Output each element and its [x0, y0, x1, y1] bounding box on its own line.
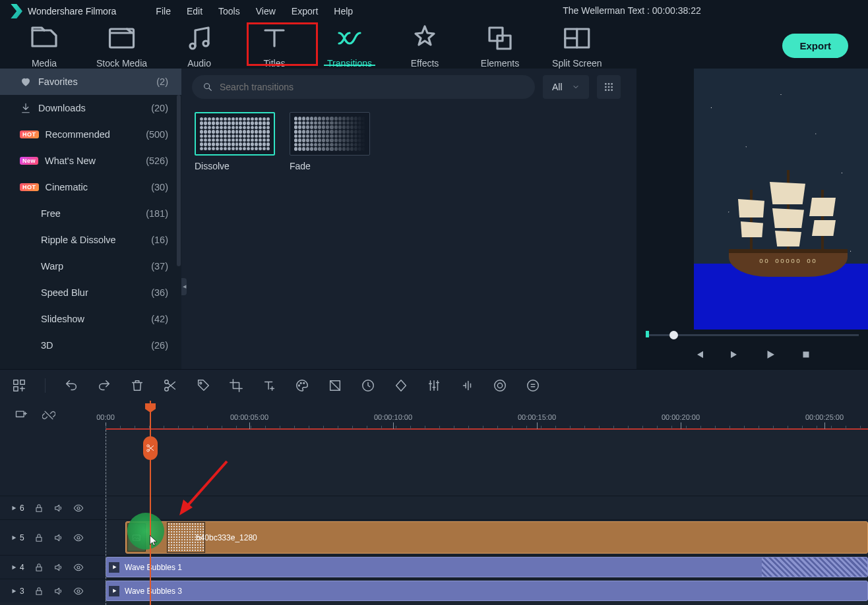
sidebar-item-downloads[interactable]: Downloads (20): [0, 95, 181, 121]
audio-button[interactable]: [460, 378, 474, 393]
filter-selected: All: [552, 82, 563, 92]
menu-edit[interactable]: Edit: [187, 6, 202, 16]
search-input[interactable]: [220, 82, 524, 92]
keyframe-button[interactable]: [394, 378, 408, 393]
menu-file[interactable]: File: [156, 6, 171, 16]
playhead[interactable]: [150, 401, 151, 605]
tab-audio[interactable]: Audio: [162, 22, 237, 69]
sidebar-item-ripple-dissolve[interactable]: Ripple & Dissolve (16): [0, 227, 181, 253]
visibility-icon[interactable]: [73, 562, 84, 573]
crop-button[interactable]: [229, 378, 243, 393]
tab-split-label: Split Screen: [552, 58, 602, 69]
sidebar-item-label: Free: [41, 208, 61, 219]
lock-icon[interactable]: [34, 586, 44, 596]
sidebar-item-free[interactable]: Free (181): [0, 200, 181, 227]
lock-icon[interactable]: [34, 503, 44, 513]
lock-icon[interactable]: [34, 562, 44, 573]
stop-button[interactable]: [800, 349, 812, 360]
sidebar-item-count: (2): [156, 76, 168, 87]
preview-scrubber[interactable]: [636, 330, 868, 340]
redo-button[interactable]: [97, 378, 111, 393]
transition-thumb-fade[interactable]: Fade: [290, 112, 370, 171]
heart-icon: [20, 76, 32, 88]
mute-icon[interactable]: [53, 533, 64, 543]
grid-view-button[interactable]: [597, 75, 621, 99]
undo-button[interactable]: [64, 378, 78, 393]
lock-icon[interactable]: [34, 533, 44, 543]
svg-rect-43: [36, 591, 42, 594]
delete-button[interactable]: [130, 378, 144, 393]
tab-media[interactable]: Media: [7, 22, 82, 69]
sidebar-item-recommended[interactable]: HOT Recommended (500): [0, 121, 181, 148]
record-button[interactable]: [493, 378, 507, 393]
sidebar-item-favorites[interactable]: Favorites (2): [0, 69, 181, 95]
sidebar-scrollbar[interactable]: [177, 95, 181, 266]
tab-transitions[interactable]: Transitions: [312, 22, 387, 69]
menu-tools[interactable]: Tools: [218, 6, 240, 16]
sidebar-item-label: Ripple & Dissolve: [41, 235, 116, 245]
image-clip[interactable]: b40bc333e_1280: [125, 521, 868, 554]
tab-split-screen[interactable]: Split Screen: [538, 22, 616, 69]
svg-line-34: [186, 461, 227, 507]
tab-elements[interactable]: Elements: [462, 22, 538, 69]
next-frame-button[interactable]: [729, 349, 741, 360]
visibility-icon[interactable]: [73, 586, 84, 596]
svg-point-22: [200, 382, 202, 384]
mixer-button[interactable]: [427, 378, 441, 393]
mute-icon[interactable]: [53, 562, 64, 573]
play-icon: [11, 588, 17, 594]
apps-button[interactable]: [12, 378, 26, 393]
hot-badge-icon: HOT: [20, 183, 39, 191]
chevron-down-icon: [572, 83, 580, 91]
sidebar-item-whats-new[interactable]: New What's New (526): [0, 148, 181, 174]
export-button[interactable]: Export: [782, 34, 848, 58]
more-button[interactable]: [526, 378, 540, 393]
tab-titles[interactable]: Titles: [237, 22, 312, 69]
wave-clip-1[interactable]: Wave Bubbles 1: [106, 557, 868, 577]
timeline-ruler[interactable]: 00:0000:00:05:0000:00:10:0000:00:15:0000…: [106, 401, 868, 430]
sidebar-item-3d[interactable]: 3D (26): [0, 332, 181, 359]
search-input-wrapper[interactable]: [192, 75, 535, 99]
speed-button[interactable]: [361, 378, 375, 393]
menu-export[interactable]: Export: [292, 6, 318, 16]
menu-view[interactable]: View: [256, 6, 276, 16]
split-button[interactable]: [163, 378, 177, 393]
visibility-icon[interactable]: [73, 503, 84, 513]
add-track-button[interactable]: [15, 409, 28, 422]
drop-target-highlight: [127, 513, 164, 550]
visibility-icon[interactable]: [73, 533, 84, 543]
sidebar-item-warp[interactable]: Warp (37): [0, 253, 181, 279]
text-button[interactable]: [262, 378, 276, 393]
sidebar-item-cinematic[interactable]: HOT Cinematic (30): [0, 174, 181, 200]
adjust-button[interactable]: [328, 378, 342, 393]
svg-point-12: [611, 86, 613, 88]
scrubber-knob[interactable]: [669, 331, 678, 339]
sidebar-item-speed-blur[interactable]: Speed Blur (36): [0, 279, 181, 306]
tag-button[interactable]: [196, 378, 210, 393]
tab-stock-media[interactable]: Stock Media: [82, 22, 162, 69]
transition-thumb-dissolve[interactable]: Dissolve: [195, 112, 275, 171]
color-button[interactable]: [295, 378, 309, 393]
svg-point-15: [611, 89, 613, 91]
svg-point-42: [77, 566, 80, 569]
sidebar-item-count: (30): [151, 182, 168, 192]
mute-icon[interactable]: [53, 503, 64, 513]
menu-items: File Edit Tools View Export Help: [156, 6, 353, 16]
search-icon: [202, 82, 213, 92]
wave-clip-3[interactable]: Wave Bubbles 3: [106, 581, 868, 601]
transition-drop-preview[interactable]: [167, 522, 205, 553]
play-button[interactable]: [764, 349, 776, 360]
app-logo-icon: [8, 4, 22, 18]
mute-icon[interactable]: [53, 586, 64, 596]
menu-help[interactable]: Help: [334, 6, 353, 16]
prev-frame-button[interactable]: [693, 349, 705, 360]
sidebar-item-slideshow[interactable]: Slideshow (42): [0, 306, 181, 332]
grid-icon: [604, 82, 614, 92]
tab-effects[interactable]: Effects: [387, 22, 462, 69]
svg-rect-16: [803, 352, 809, 358]
filter-dropdown[interactable]: All: [543, 75, 589, 99]
sidebar-collapse-handle[interactable]: [181, 278, 187, 295]
unlink-button[interactable]: [42, 409, 55, 422]
preview-ship-icon: [729, 165, 848, 277]
preview-canvas[interactable]: [636, 69, 868, 330]
